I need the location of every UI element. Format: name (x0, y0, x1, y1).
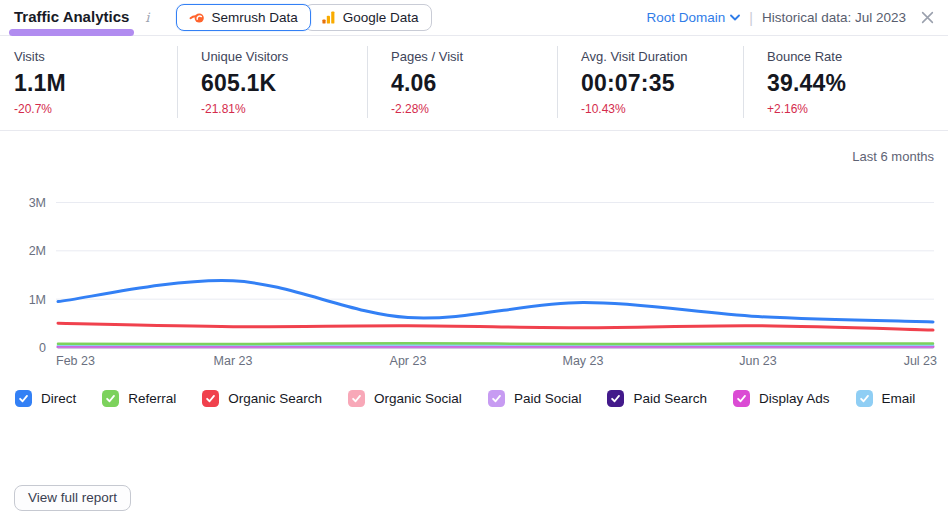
stat-label: Bounce Rate (767, 49, 940, 64)
stat-label: Avg. Visit Duration (581, 49, 735, 64)
stat-label: Unique Visitors (201, 49, 359, 64)
legend-item-direct[interactable]: Direct (15, 390, 76, 407)
legend-item-paid-social[interactable]: Paid Social (488, 390, 582, 407)
x-axis-tick: Jun 23 (739, 354, 777, 368)
legend-checkbox-paid-social[interactable] (488, 390, 505, 407)
x-axis-tick: Apr 23 (390, 354, 427, 368)
stat-label: Visits (14, 49, 169, 64)
stat-value: 4.06 (391, 71, 549, 96)
checkmark-icon (736, 393, 747, 404)
legend-item-organic-search[interactable]: Organic Search (202, 390, 322, 407)
page-title: Traffic Analytics (14, 8, 129, 26)
y-axis-tick: 2M (29, 244, 46, 258)
legend-checkbox-organic-social[interactable] (348, 390, 365, 407)
legend-label: Referral (128, 391, 176, 406)
widget-header: Traffic Analytics i Semrush Data (0, 0, 948, 36)
legend-checkbox-referral[interactable] (102, 390, 119, 407)
series-line-referral (58, 343, 933, 344)
stat-pages-per-visit: Pages / Visit 4.06 -2.28% (367, 36, 557, 130)
x-axis-tick: Jul 23 (904, 354, 937, 368)
kpi-stats-row: Visits 1.1M -20.7% Unique Visitors 605.1… (0, 36, 948, 131)
google-data-label: Google Data (343, 10, 419, 25)
stat-value: 605.1K (201, 71, 359, 96)
close-icon[interactable] (921, 11, 934, 24)
semrush-logo-icon (189, 10, 205, 26)
stat-value: 00:07:35 (581, 71, 735, 96)
legend-checkbox-paid-search[interactable] (607, 390, 624, 407)
legend-label: Organic Social (374, 391, 462, 406)
google-data-button[interactable]: Google Data (304, 4, 432, 31)
checkmark-icon (610, 393, 621, 404)
y-axis-tick: 3M (29, 196, 46, 210)
stat-value: 39.44% (767, 71, 940, 96)
checkmark-icon (205, 393, 216, 404)
legend-item-organic-social[interactable]: Organic Social (348, 390, 462, 407)
legend-item-paid-search[interactable]: Paid Search (607, 390, 707, 407)
legend-label: Email (882, 391, 916, 406)
legend-label: Organic Search (228, 391, 322, 406)
data-source-toggle: Semrush Data Google Data (176, 4, 432, 31)
checkmark-icon (859, 393, 870, 404)
title-underline-decoration (9, 29, 134, 36)
legend-checkbox-email[interactable] (856, 390, 873, 407)
traffic-analytics-widget: Traffic Analytics i Semrush Data (0, 0, 948, 523)
traffic-trend-chart[interactable]: 01M2M3MFeb 23Mar 23Apr 23May 23Jun 23Jul… (0, 185, 948, 378)
chart-legend: DirectReferralOrganic SearchOrganic Soci… (0, 390, 948, 407)
checkmark-icon (351, 393, 362, 404)
legend-label: Display Ads (759, 391, 830, 406)
legend-label: Direct (41, 391, 76, 406)
checkmark-icon (18, 393, 29, 404)
view-full-report-button[interactable]: View full report (14, 485, 131, 511)
stat-delta: -10.43% (581, 102, 735, 116)
header-separator: | (749, 10, 753, 26)
historical-data-label: Historical data: Jul 2023 (762, 10, 906, 25)
stat-delta: +2.16% (767, 102, 940, 116)
semrush-data-label: Semrush Data (212, 10, 298, 25)
chevron-down-icon (730, 14, 740, 21)
legend-checkbox-display-ads[interactable] (733, 390, 750, 407)
stat-delta: -21.81% (201, 102, 359, 116)
y-axis-tick: 1M (29, 293, 46, 307)
checkmark-icon (105, 393, 116, 404)
semrush-data-button[interactable]: Semrush Data (176, 4, 311, 31)
stat-unique-visitors: Unique Visitors 605.1K -21.81% (177, 36, 367, 130)
stat-delta: -2.28% (391, 102, 549, 116)
x-axis-tick: Mar 23 (214, 354, 253, 368)
legend-item-email[interactable]: Email (856, 390, 916, 407)
legend-item-referral[interactable]: Referral (102, 390, 176, 407)
x-axis-tick: Feb 23 (56, 354, 95, 368)
chart-section: Last 6 months 01M2M3MFeb 23Mar 23Apr 23M… (0, 131, 948, 407)
period-label: Last 6 months (0, 131, 948, 165)
root-domain-label: Root Domain (646, 10, 725, 25)
info-icon[interactable]: i (143, 10, 151, 25)
stat-label: Pages / Visit (391, 49, 549, 64)
stat-visits: Visits 1.1M -20.7% (0, 36, 177, 130)
checkmark-icon (491, 393, 502, 404)
legend-item-display-ads[interactable]: Display Ads (733, 390, 830, 407)
legend-checkbox-organic-search[interactable] (202, 390, 219, 407)
x-axis-tick: May 23 (563, 354, 604, 368)
legend-label: Paid Search (633, 391, 707, 406)
widget-footer: View full report (0, 407, 948, 511)
stat-delta: -20.7% (14, 102, 169, 116)
series-line-direct (58, 281, 933, 322)
stat-bounce-rate: Bounce Rate 39.44% +2.16% (743, 36, 948, 130)
stat-value: 1.1M (14, 71, 169, 96)
series-line-organic-search (58, 323, 933, 330)
legend-checkbox-direct[interactable] (15, 390, 32, 407)
stat-avg-visit-duration: Avg. Visit Duration 00:07:35 -10.43% (557, 36, 743, 130)
y-axis-tick: 0 (39, 341, 46, 355)
google-analytics-icon (321, 10, 336, 25)
root-domain-dropdown[interactable]: Root Domain (646, 10, 740, 25)
legend-label: Paid Social (514, 391, 582, 406)
